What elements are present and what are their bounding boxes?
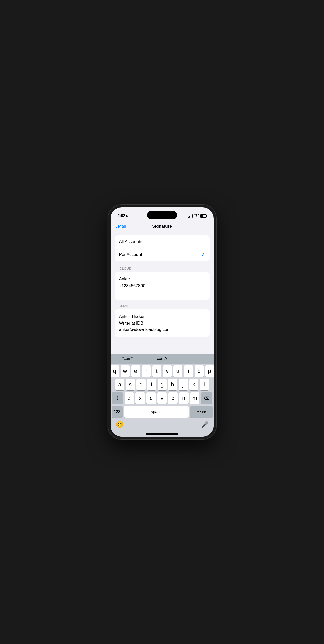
gmail-signature-box[interactable]: Ankur Thakur Writer at iDB ankur@idownlo…	[115, 309, 210, 337]
status-icons	[188, 214, 207, 218]
location-icon: ▶	[126, 214, 128, 218]
home-indicator	[146, 433, 178, 435]
key-s[interactable]: s	[126, 379, 135, 390]
battery-icon	[200, 214, 207, 218]
delete-key[interactable]: ⌫	[201, 392, 212, 404]
predictive-item-3[interactable]	[179, 358, 214, 359]
key-q[interactable]: q	[111, 365, 119, 377]
key-c[interactable]: c	[146, 392, 156, 404]
bar2	[189, 216, 190, 218]
volume-down-button[interactable]	[108, 253, 109, 262]
icloud-section-header: ICLOUD	[119, 267, 206, 270]
back-label[interactable]: Mail	[118, 224, 126, 229]
signal-bars	[188, 214, 193, 218]
key-row-2: a s d f g h j k l	[112, 379, 213, 390]
key-t[interactable]: t	[152, 365, 161, 377]
key-d[interactable]: d	[136, 379, 146, 390]
dynamic-island	[147, 211, 177, 219]
key-z[interactable]: z	[125, 392, 134, 404]
bar4	[192, 214, 193, 218]
chevron-left-icon: ‹	[116, 224, 117, 229]
key-g[interactable]: g	[158, 379, 167, 390]
key-w[interactable]: w	[121, 365, 130, 377]
predictive-item-1[interactable]: "com"	[111, 356, 145, 361]
key-j[interactable]: j	[179, 379, 188, 390]
space-key[interactable]: space	[124, 406, 189, 418]
per-account-row[interactable]: Per Account ✓	[115, 248, 210, 261]
key-l[interactable]: l	[200, 379, 209, 390]
return-key[interactable]: return	[190, 406, 213, 418]
gmail-section-header: GMAIL	[119, 304, 206, 308]
key-e[interactable]: e	[131, 365, 140, 377]
bar1	[188, 217, 189, 218]
key-x[interactable]: x	[135, 392, 145, 404]
phone-screen: 2:02 ▶	[111, 207, 214, 437]
key-b[interactable]: b	[168, 392, 177, 404]
key-r[interactable]: r	[142, 365, 151, 377]
key-v[interactable]: v	[157, 392, 167, 404]
key-m[interactable]: m	[190, 392, 199, 404]
microphone-key[interactable]: 🎤	[201, 421, 209, 428]
bottom-bar: 😊 🎤	[111, 419, 214, 433]
page-title: Signature	[152, 224, 172, 229]
key-u[interactable]: u	[173, 365, 182, 377]
status-time: 2:02	[118, 214, 125, 218]
key-rows: q w e r t y u i o p a s d f g	[111, 364, 214, 419]
wifi-icon	[194, 214, 199, 218]
all-accounts-row[interactable]: All Accounts	[115, 235, 210, 248]
power-button[interactable]	[216, 245, 216, 263]
predictive-item-2[interactable]: comA	[145, 356, 179, 361]
key-row-4: 123 space return	[112, 406, 213, 418]
key-p[interactable]: p	[205, 365, 214, 377]
key-row-3: ⇧ z x c v b n m ⌫	[112, 392, 213, 404]
emoji-key[interactable]: 😊	[116, 421, 124, 428]
volume-up-button[interactable]	[108, 240, 109, 249]
key-k[interactable]: k	[189, 379, 198, 390]
predictive-bar: "com" comA	[111, 354, 214, 364]
icloud-signature-text[interactable]: Ankur +1234567890	[119, 276, 205, 289]
key-row-1: q w e r t y u i o p	[112, 365, 213, 377]
all-accounts-label: All Accounts	[119, 239, 143, 244]
back-button[interactable]: ‹ Mail	[116, 224, 126, 229]
checkmark-icon: ✓	[201, 252, 205, 258]
keyboard: "com" comA q w e r t y u i o p	[111, 354, 214, 437]
main-content: All Accounts Per Account ✓ ICLOUD Ankur …	[111, 231, 214, 354]
phone-frame: 2:02 ▶	[108, 205, 216, 439]
key-y[interactable]: y	[163, 365, 172, 377]
text-cursor	[171, 327, 171, 332]
shift-key[interactable]: ⇧	[112, 392, 123, 404]
icloud-signature-box[interactable]: Ankur +1234567890	[115, 272, 210, 300]
key-h[interactable]: h	[168, 379, 177, 390]
key-f[interactable]: f	[147, 379, 156, 390]
per-account-label: Per Account	[119, 252, 142, 257]
nav-bar: ‹ Mail Signature	[111, 221, 214, 231]
numbers-key[interactable]: 123	[112, 406, 123, 418]
key-i[interactable]: i	[184, 365, 193, 377]
key-a[interactable]: a	[115, 379, 124, 390]
key-o[interactable]: o	[195, 365, 204, 377]
key-n[interactable]: n	[179, 392, 189, 404]
bar3	[191, 215, 191, 218]
gmail-signature-text[interactable]: Ankur Thakur Writer at iDB ankur@idownlo…	[119, 313, 205, 333]
battery-fill	[201, 215, 203, 217]
signature-options-group: All Accounts Per Account ✓	[115, 235, 210, 261]
